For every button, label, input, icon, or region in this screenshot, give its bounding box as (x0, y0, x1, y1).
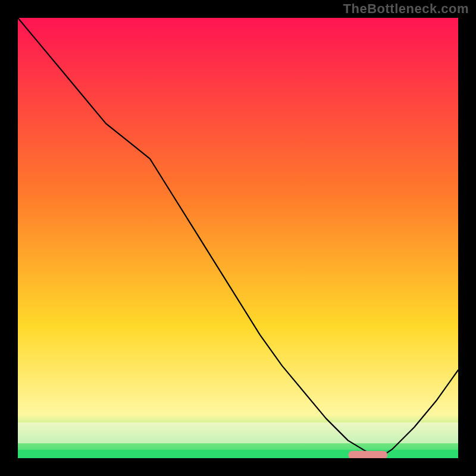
watermark-text: TheBottleneck.com (343, 1, 469, 17)
chart-svg (18, 18, 458, 458)
pale-band (18, 422, 458, 443)
chart-inner (18, 18, 458, 458)
chart-stage: TheBottleneck.com (0, 0, 476, 476)
gradient-background (18, 18, 458, 458)
green-band (18, 450, 458, 458)
